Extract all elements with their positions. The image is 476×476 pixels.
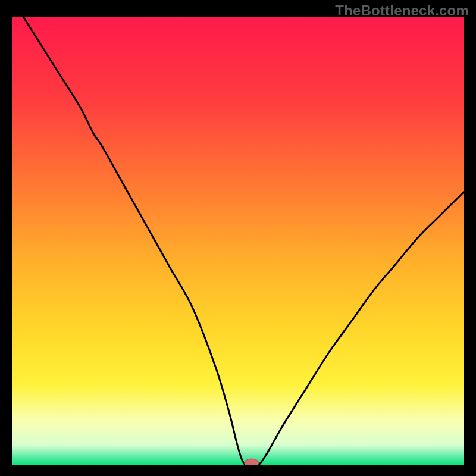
plot-svg [12,17,464,465]
gradient-background [12,17,464,465]
plot-area [12,17,464,465]
chart-frame: TheBottleneck.com [0,0,476,476]
attribution-label: TheBottleneck.com [335,2,469,19]
minimum-marker [245,459,259,465]
